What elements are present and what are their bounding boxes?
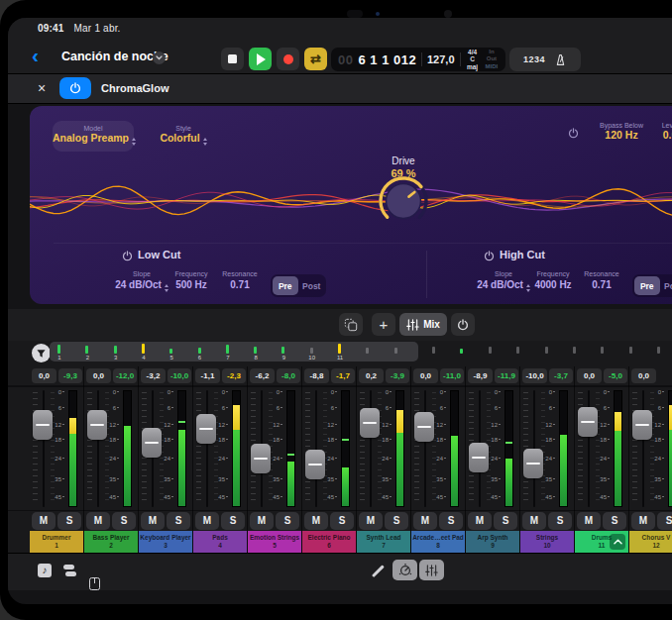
volume-value[interactable]: -1,1 [195, 368, 220, 383]
solo-button[interactable]: S [167, 512, 190, 530]
track-name-bar[interactable]: Pads4 [193, 531, 247, 553]
model-selector[interactable]: Model Analog Preamp [53, 121, 134, 152]
count-in-button[interactable]: 1234 [523, 54, 545, 64]
close-plugin-icon[interactable]: × [38, 80, 46, 96]
solo-button[interactable]: S [112, 512, 136, 530]
resonance-value[interactable]: 0.71 [567, 279, 636, 290]
post-button[interactable]: Post [299, 276, 325, 295]
peak-value[interactable]: -3,7 [549, 368, 573, 383]
loop-browser-icon[interactable]: ♪ [38, 564, 52, 577]
fader-handle[interactable] [578, 407, 598, 437]
fader-handle[interactable] [142, 428, 162, 458]
fader-handle[interactable] [196, 414, 216, 444]
duplicate-button[interactable] [339, 313, 363, 336]
browser-icon[interactable] [63, 564, 77, 577]
pre-button[interactable]: Pre [273, 276, 298, 295]
solo-button[interactable]: S [276, 512, 299, 530]
track-name-bar[interactable]: Bass Player2 [84, 531, 138, 553]
track-name-bar[interactable]: Chorus V12 [629, 531, 672, 553]
lcd-display[interactable]: 00 6 1 1 012 127,0 4/4 C maj In Out MIDI [331, 48, 505, 71]
fader-handle[interactable] [469, 443, 489, 472]
level-control[interactable]: Level 0.0 [638, 122, 672, 141]
back-chevron-icon[interactable]: ‹ [32, 44, 39, 67]
solo-button[interactable]: S [57, 512, 81, 530]
fader-handle[interactable] [632, 410, 652, 440]
solo-button[interactable]: S [330, 512, 354, 530]
bypass-power-icon[interactable] [568, 128, 579, 139]
track-name-bar[interactable]: Arp Synth9 [466, 531, 519, 553]
volume-value[interactable]: -3,2 [141, 368, 166, 383]
volume-value[interactable]: 0,0 [577, 368, 602, 383]
fader-handle[interactable] [523, 449, 543, 478]
controls-view-button[interactable] [392, 560, 417, 580]
fader-handle[interactable] [360, 408, 380, 438]
low-cut-power-icon[interactable] [122, 251, 133, 261]
track-name-bar[interactable]: Drummer1 [30, 531, 83, 553]
volume-value[interactable]: -8,8 [304, 368, 329, 383]
solo-button[interactable]: S [494, 512, 517, 530]
mute-button[interactable]: M [468, 512, 492, 530]
mute-button[interactable]: M [195, 512, 219, 530]
peak-value[interactable]: -3,9 [386, 368, 409, 383]
peak-value[interactable]: -12,0 [113, 368, 137, 383]
mute-button[interactable]: M [304, 512, 328, 530]
volume-value[interactable]: 0,0 [86, 368, 111, 383]
track-name-bar[interactable]: Strings10 [520, 531, 574, 553]
post-button[interactable]: Post [661, 276, 672, 295]
volume-value[interactable]: 0,0 [631, 368, 656, 383]
peak-value[interactable]: -8,0 [277, 368, 300, 383]
mute-button[interactable]: M [250, 512, 274, 530]
fader-handle[interactable] [305, 450, 325, 479]
add-track-button[interactable]: + [372, 313, 395, 336]
high-cut-power-icon[interactable] [484, 251, 495, 261]
mute-button[interactable]: M [413, 512, 437, 530]
mixer-view-button[interactable] [419, 560, 444, 580]
filter-button[interactable] [32, 344, 51, 362]
peak-value[interactable]: -11,0 [440, 368, 464, 383]
volume-value[interactable]: 0,2 [359, 368, 384, 383]
play-button[interactable] [249, 48, 272, 70]
fader-handle[interactable] [87, 410, 107, 440]
resonance-value[interactable]: 0.71 [205, 279, 275, 290]
mixer-power-button[interactable] [451, 313, 475, 336]
solo-button[interactable]: S [603, 512, 626, 530]
track-name-bar[interactable]: Keyboard Player3 [139, 531, 192, 553]
mute-button[interactable]: M [141, 512, 165, 530]
solo-button[interactable]: S [657, 512, 672, 530]
volume-value[interactable]: -6,2 [250, 368, 275, 383]
drive-knob[interactable] [374, 171, 433, 231]
track-name-bar[interactable]: Emotion Strings5 [248, 531, 301, 553]
mute-button[interactable]: M [32, 512, 56, 530]
volume-value[interactable]: -10,0 [522, 368, 547, 383]
volume-value[interactable]: 0,0 [32, 368, 56, 383]
song-title-menu[interactable] [153, 52, 166, 64]
solo-button[interactable]: S [385, 512, 408, 530]
track-name-bar[interactable]: Drums11 [575, 531, 628, 553]
cycle-button[interactable]: ⇄ [304, 48, 327, 70]
track-name-bar[interactable]: Arcade…eet Pad8 [411, 531, 465, 553]
pencil-icon[interactable] [372, 565, 384, 576]
track-name-bar[interactable]: Electric Piano6 [302, 531, 356, 553]
overview-window[interactable] [50, 342, 418, 362]
record-button[interactable] [277, 48, 299, 70]
solo-button[interactable]: S [221, 512, 245, 530]
mix-button[interactable]: Mix [399, 313, 447, 336]
fader-handle[interactable] [33, 410, 53, 440]
mute-button[interactable]: M [86, 512, 110, 530]
solo-button[interactable]: S [439, 512, 463, 530]
mute-button[interactable]: M [577, 512, 601, 530]
peak-value[interactable]: -9,3 [58, 368, 82, 383]
plugin-power-button[interactable] [59, 77, 91, 99]
volume-value[interactable]: -8,9 [468, 368, 493, 383]
solo-button[interactable]: S [548, 512, 572, 530]
track-name-bar[interactable]: Synth Lead7 [357, 531, 410, 553]
peak-value[interactable]: -1,7 [331, 368, 355, 383]
fader-handle[interactable] [414, 412, 434, 442]
pre-button[interactable]: Pre [634, 276, 660, 295]
peak-value[interactable]: -2,3 [222, 368, 246, 383]
stop-button[interactable] [221, 48, 244, 70]
peak-value[interactable]: -5,0 [604, 368, 627, 383]
collapse-mixer-button[interactable] [610, 534, 625, 550]
mute-button[interactable]: M [359, 512, 383, 530]
mute-button[interactable]: M [631, 512, 655, 530]
